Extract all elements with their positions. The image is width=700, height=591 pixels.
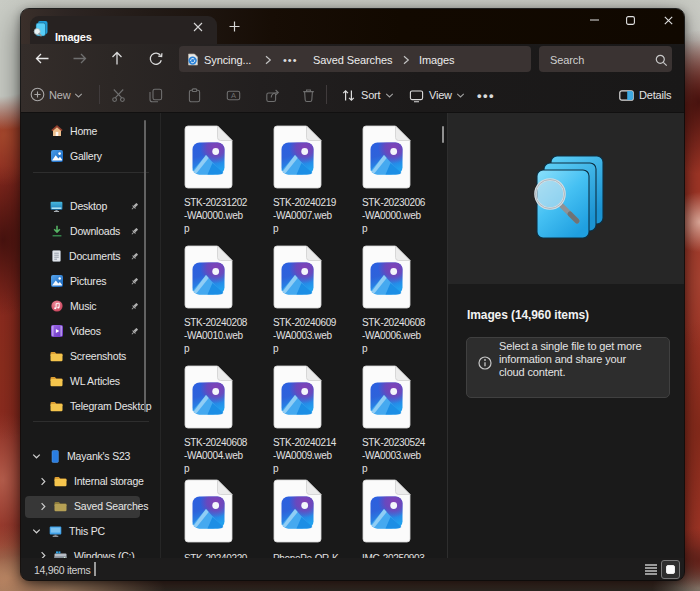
svg-text:A: A xyxy=(231,90,236,99)
